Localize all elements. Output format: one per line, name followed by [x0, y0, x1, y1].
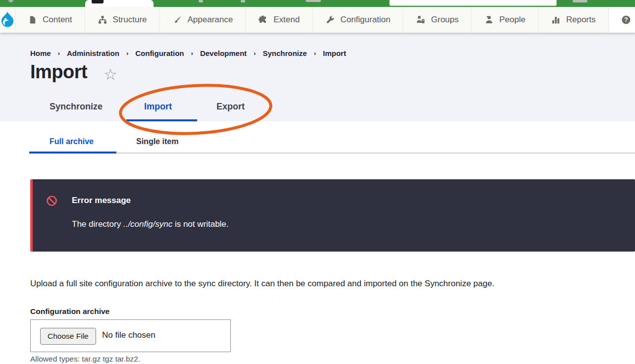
browser-icon-fragment: [8, 0, 13, 2]
toolbar-item-label: People: [499, 15, 526, 25]
error-directory-path: ../config/sync: [123, 219, 172, 229]
toolbar-item-label: Extend: [273, 15, 300, 25]
toolbar-item-reports[interactable]: Reports: [538, 7, 609, 33]
error-title: Error message: [72, 196, 131, 206]
toolbar-item-label: Structure: [113, 15, 147, 25]
wrench-icon: [325, 15, 335, 25]
toolbar-item-groups[interactable]: Groups: [403, 7, 472, 33]
upload-description: Upload a full site configuration archive…: [30, 279, 494, 289]
error-text-prefix: The directory: [72, 219, 123, 229]
breadcrumb-home[interactable]: Home: [30, 49, 51, 57]
browser-tab[interactable]: [85, 0, 154, 7]
toolbar-item-label: Content: [43, 15, 72, 25]
toolbar-item-label: Reports: [566, 15, 596, 25]
sitemap-icon: [98, 15, 107, 25]
tabs-divider: [29, 153, 635, 154]
chevron-separator-icon: ›: [126, 50, 128, 57]
chevron-separator-icon: ›: [58, 50, 60, 57]
chevron-separator-icon: ›: [314, 50, 316, 57]
allowed-types-note: Allowed types: tar.gz tgz tar.bz2.: [30, 355, 140, 364]
puzzle-icon: [258, 15, 268, 25]
toolbar-item-people[interactable]: People: [472, 7, 538, 33]
bar-chart-icon: [551, 15, 561, 25]
tab-single-item[interactable]: Single item: [136, 137, 178, 146]
error-text-suffix: is not writable.: [172, 219, 228, 229]
toolbar-item-help[interactable]: ? Help: [609, 7, 635, 33]
group-badge-icon: [416, 15, 425, 25]
toolbar-item-label: Configuration: [340, 15, 390, 25]
person-icon: [484, 15, 494, 25]
no-entry-icon: [46, 195, 57, 207]
browser-icon-fragment: [306, 0, 321, 2]
drupal-logo-icon: [0, 11, 15, 28]
paintbrush-icon: [172, 15, 182, 25]
page-header: Home › Administration › Configuration › …: [0, 33, 635, 121]
chevron-separator-icon: ›: [191, 50, 193, 57]
browser-icon-fragment: [199, 0, 203, 2]
file-chosen-status: No file chosen: [102, 330, 156, 340]
breadcrumb-synchronize[interactable]: Synchronize: [263, 49, 307, 57]
active-tab-underline: [126, 119, 197, 121]
browser-button-fragment[interactable]: [573, 0, 587, 2]
browser-icon-fragment: [241, 0, 245, 2]
svg-text:?: ?: [624, 16, 628, 23]
breadcrumb-development[interactable]: Development: [200, 49, 247, 57]
choose-file-button[interactable]: Choose File: [40, 328, 96, 345]
toolbar-item-extend[interactable]: Extend: [246, 7, 313, 33]
active-subtab-underline: [29, 152, 116, 154]
tab-export[interactable]: Export: [216, 102, 245, 112]
document-icon: [28, 15, 37, 25]
error-body: The directory ../config/sync is not writ…: [72, 219, 229, 229]
tab-import[interactable]: Import: [144, 102, 172, 112]
admin-toolbar: Content Structure Appearance Extend: [0, 7, 635, 33]
breadcrumb-administration[interactable]: Administration: [67, 49, 119, 57]
page-title: Import: [30, 61, 87, 83]
toolbar-item-configuration[interactable]: Configuration: [313, 7, 403, 33]
breadcrumb-configuration[interactable]: Configuration: [135, 49, 184, 57]
chevron-separator-icon: ›: [254, 50, 256, 57]
breadcrumb-import: Import: [323, 49, 346, 57]
bookmark-star-icon[interactable]: ☆: [104, 65, 117, 84]
help-question-icon: ?: [621, 15, 631, 25]
toolbar-item-structure[interactable]: Structure: [85, 7, 160, 33]
toolbar-item-content[interactable]: Content: [15, 7, 85, 33]
tab-full-archive[interactable]: Full archive: [50, 137, 94, 146]
tab-synchronize[interactable]: Synchronize: [50, 102, 103, 112]
breadcrumb: Home › Administration › Configuration › …: [30, 49, 346, 57]
browser-top-bar: [0, 0, 635, 7]
configuration-archive-label: Configuration archive: [30, 307, 109, 316]
file-input[interactable]: Choose File No file chosen: [30, 319, 231, 352]
toolbar-item-label: Appearance: [188, 15, 233, 25]
toolbar-item-appearance[interactable]: Appearance: [160, 7, 246, 33]
error-message-box: Error message The directory ../config/sy…: [30, 179, 635, 252]
toolbar-item-label: Groups: [431, 15, 459, 25]
browser-search-input[interactable]: [389, 0, 557, 6]
tab-favicon-icon: [92, 0, 104, 3]
drupal-home-button[interactable]: [0, 7, 15, 33]
